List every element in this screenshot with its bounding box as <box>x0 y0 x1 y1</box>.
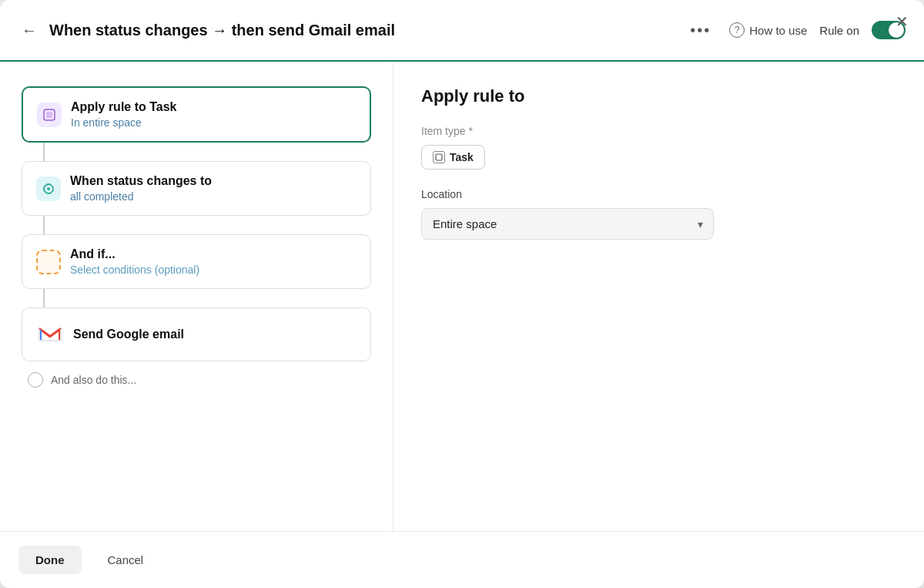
and-if-title: And if... <box>70 247 199 261</box>
and-if-item[interactable]: And if... Select conditions (optional) <box>22 234 371 289</box>
also-do-circle <box>28 372 43 388</box>
body: Apply rule to Task In entire space <box>0 62 924 531</box>
close-button[interactable]: ✕ <box>896 12 909 31</box>
svg-rect-7 <box>436 154 442 160</box>
and-if-text: And if... Select conditions (optional) <box>70 247 199 276</box>
gmail-icon <box>36 321 64 348</box>
and-if-icon <box>36 250 61 274</box>
more-button[interactable]: ••• <box>684 18 717 42</box>
how-to-use-button[interactable]: ? How to use <box>729 22 807 38</box>
svg-point-2 <box>47 187 50 190</box>
when-status-text: When status changes to all completed <box>70 174 212 203</box>
apply-rule-item[interactable]: Apply rule to Task In entire space <box>22 86 371 143</box>
connector-2 <box>43 216 45 234</box>
location-select-wrapper: Entire space Current list Current folder… <box>421 208 714 240</box>
back-button[interactable]: ← <box>18 18 40 42</box>
also-do-label: And also do this... <box>51 374 136 386</box>
done-button[interactable]: Done <box>18 546 82 574</box>
right-panel: Apply rule to Item type * Task Location … <box>393 62 924 531</box>
when-status-subtitle: all completed <box>70 190 212 203</box>
location-label: Location <box>421 188 896 200</box>
apply-rule-subtitle: In entire space <box>71 116 177 129</box>
status-icon <box>36 176 61 201</box>
send-email-text: Send Google email <box>73 328 184 341</box>
footer: Done Cancel <box>0 531 924 588</box>
connector-1 <box>43 143 45 161</box>
modal: ← When status changes → then send Gmail … <box>0 0 924 588</box>
how-to-use-label: How to use <box>749 24 807 37</box>
left-panel: Apply rule to Task In entire space <box>0 62 393 531</box>
when-status-title: When status changes to <box>70 174 212 188</box>
task-chip-label: Task <box>450 151 474 163</box>
task-chip-icon <box>433 151 445 163</box>
and-if-subtitle: Select conditions (optional) <box>70 264 199 276</box>
location-select[interactable]: Entire space Current list Current folder <box>421 208 714 240</box>
when-status-item[interactable]: When status changes to all completed <box>22 161 371 216</box>
when-status-header: When status changes to all completed <box>36 174 357 203</box>
svg-rect-3 <box>44 257 53 267</box>
header: ← When status changes → then send Gmail … <box>0 0 924 62</box>
apply-rule-icon <box>37 102 62 127</box>
apply-rule-text: Apply rule to Task In entire space <box>71 100 177 129</box>
and-if-header: And if... Select conditions (optional) <box>36 247 357 276</box>
cancel-button[interactable]: Cancel <box>91 546 161 574</box>
also-do-item[interactable]: And also do this... <box>22 365 371 388</box>
connector-3 <box>43 289 45 307</box>
header-actions: ••• ? How to use Rule on <box>684 18 906 42</box>
panel-title: Apply rule to <box>421 86 896 106</box>
apply-rule-title: Apply rule to Task <box>71 100 177 114</box>
svg-rect-1 <box>46 112 52 118</box>
page-title: When status changes → then send Gmail em… <box>49 22 684 39</box>
item-type-label: Item type * <box>421 125 896 137</box>
rule-on-label: Rule on <box>819 24 859 37</box>
help-icon: ? <box>729 22 745 38</box>
task-chip[interactable]: Task <box>421 145 485 170</box>
apply-rule-header: Apply rule to Task In entire space <box>37 100 356 129</box>
send-email-item[interactable]: Send Google email <box>22 307 371 361</box>
send-email-title: Send Google email <box>73 328 184 341</box>
send-email-header: Send Google email <box>36 321 357 348</box>
